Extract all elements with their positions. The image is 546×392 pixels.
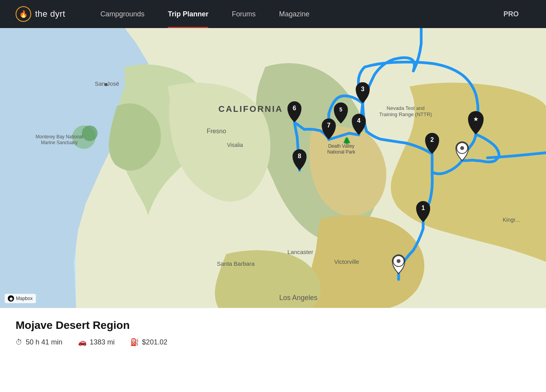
svg-point-2 xyxy=(82,125,98,141)
car-icon: 🚗 xyxy=(78,338,87,346)
nav-trip-planner[interactable]: Trip Planner xyxy=(156,0,220,28)
svg-text:Monterey Bay National: Monterey Bay National xyxy=(35,134,83,139)
trip-stats: ⏱ 50 h 41 min 🚗 1383 mi ⛽ $201.02 xyxy=(16,338,530,346)
svg-text:Fresno: Fresno xyxy=(207,128,226,134)
trip-cost: $201.02 xyxy=(142,338,167,346)
svg-text:Kingr...: Kingr... xyxy=(503,217,520,223)
nav-magazine[interactable]: Magazine xyxy=(267,0,321,28)
svg-text:CALIFORNIA: CALIFORNIA xyxy=(218,104,283,114)
trip-duration: 50 h 41 min xyxy=(26,338,62,346)
nav-campgrounds[interactable]: Campgrounds xyxy=(89,0,156,28)
svg-text:8: 8 xyxy=(298,153,301,159)
nav-links: Campgrounds Trip Planner Forums Magazine… xyxy=(89,0,530,28)
info-strip: Mojave Desert Region ⏱ 50 h 41 min 🚗 138… xyxy=(0,308,546,356)
svg-text:★: ★ xyxy=(473,116,479,122)
svg-text:2: 2 xyxy=(431,136,434,143)
svg-text:7: 7 xyxy=(327,122,331,129)
svg-point-39 xyxy=(460,146,464,150)
svg-text:Training Range (NTTR): Training Range (NTTR) xyxy=(379,111,432,117)
svg-text:Los Angeles: Los Angeles xyxy=(279,294,317,302)
svg-text:6: 6 xyxy=(293,105,296,111)
map-svg: CALIFORNIA Fresno Visalia San José Monte… xyxy=(0,28,546,308)
nav-forums[interactable]: Forums xyxy=(220,0,267,28)
svg-text:Palm Springs: Palm Springs xyxy=(363,307,397,308)
svg-text:Santa Barbara: Santa Barbara xyxy=(217,260,255,267)
svg-point-41 xyxy=(397,259,401,263)
svg-text:1: 1 xyxy=(422,205,425,211)
svg-text:Marine Sanctuary: Marine Sanctuary xyxy=(41,140,78,145)
logo-text: the dyrt xyxy=(35,9,65,19)
svg-text:Victorville: Victorville xyxy=(334,258,359,265)
logo-icon: 🔥 xyxy=(16,6,31,22)
clock-icon: ⏱ xyxy=(16,338,23,346)
mapbox-label: Mapbox xyxy=(16,296,33,301)
stat-cost: ⛽ $201.02 xyxy=(130,338,167,346)
svg-text:National Park: National Park xyxy=(327,149,356,155)
svg-text:3: 3 xyxy=(361,86,365,92)
svg-text:Visalia: Visalia xyxy=(227,142,243,148)
logo[interactable]: 🔥 the dyrt xyxy=(16,6,65,22)
svg-text:4: 4 xyxy=(357,117,361,124)
navbar: 🔥 the dyrt Campgrounds Trip Planner Foru… xyxy=(0,0,546,28)
trip-title: Mojave Desert Region xyxy=(16,319,530,332)
fuel-icon: ⛽ xyxy=(130,338,139,346)
svg-text:Lancaster: Lancaster xyxy=(287,249,313,255)
mapbox-attribution: ◉ Mapbox xyxy=(5,294,36,303)
svg-point-42 xyxy=(105,83,108,86)
mapbox-logo: ◉ xyxy=(8,295,14,302)
svg-text:5: 5 xyxy=(339,106,342,113)
map-container: CALIFORNIA Fresno Visalia San José Monte… xyxy=(0,28,546,308)
svg-text:Nevada Test and: Nevada Test and xyxy=(386,105,424,111)
trip-distance: 1383 mi xyxy=(90,338,115,346)
stat-distance: 🚗 1383 mi xyxy=(78,338,115,346)
stat-duration: ⏱ 50 h 41 min xyxy=(16,338,62,346)
nav-pro[interactable]: PRO xyxy=(492,0,530,28)
svg-text:🌲: 🌲 xyxy=(342,136,351,145)
